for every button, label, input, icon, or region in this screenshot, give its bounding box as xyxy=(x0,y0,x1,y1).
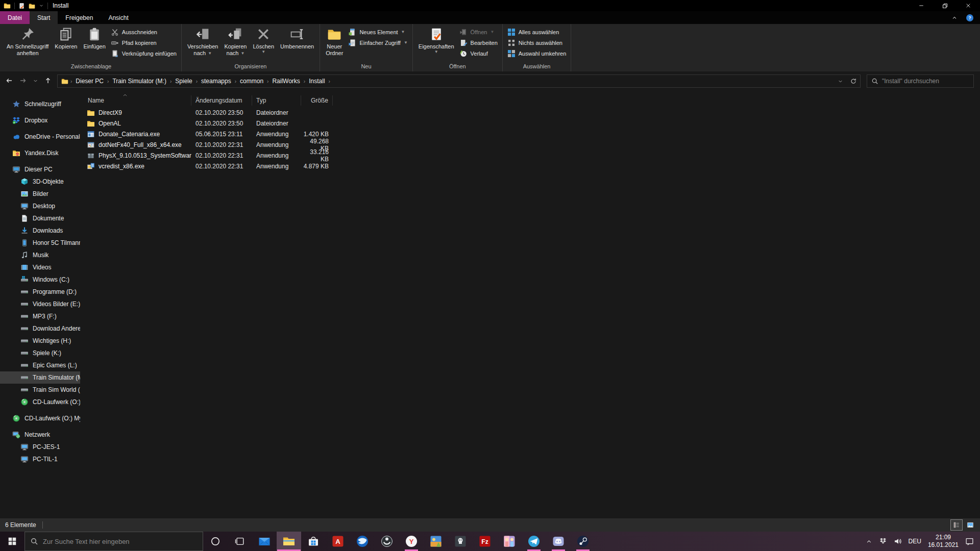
restore-button[interactable] xyxy=(933,0,957,11)
search-box[interactable] xyxy=(867,74,974,88)
cortana-button[interactable] xyxy=(203,532,228,551)
breadcrumb-item-dieser-pc[interactable]: Dieser PC xyxy=(72,78,107,85)
ribbon-button-an-schnellzugriff-anheften[interactable]: An Schnellzugriffanheften xyxy=(4,24,52,57)
address-bar[interactable]: › Dieser PC›Train Simulator (M:)›Spiele›… xyxy=(57,74,861,88)
file-row-openal[interactable]: OpenAL02.10.2020 23:50Dateiordner xyxy=(80,118,980,129)
search-input[interactable] xyxy=(882,78,969,85)
ribbon-button-verknuepfung-einfuegen[interactable]: Verknüpfung einfügen xyxy=(111,49,177,58)
file-row-directx9[interactable]: DirectX902.10.2020 23:50Dateiordner xyxy=(80,107,980,118)
ribbon-button-pfad-kopieren[interactable]: Pfad kopieren xyxy=(111,38,177,47)
tab-start[interactable]: Start xyxy=(30,11,58,24)
tab-freigeben[interactable]: Freigeben xyxy=(58,11,101,24)
breadcrumb-item-install[interactable]: Install xyxy=(305,78,328,85)
sidebar-item-yandex-disk[interactable]: Yandex.Disk xyxy=(0,147,80,159)
file-row-physx-9-10-0513-systemsoftware-exe[interactable]: PhysX_9.10.0513_SystemSoftware.exe02.10.… xyxy=(80,150,980,161)
sidebar-item-dokumente[interactable]: Dokumente xyxy=(0,212,80,224)
ribbon-button-einfuegen[interactable]: Einfügen xyxy=(80,24,108,50)
sidebar-item-download-anderes[interactable]: Download Anderes xyxy=(0,322,80,335)
sidebar-item-epic-games-l[interactable]: Epic Games (L:) xyxy=(0,359,80,371)
tab-datei[interactable]: Datei xyxy=(0,11,30,24)
up-icon[interactable] xyxy=(44,77,52,85)
taskbar-search[interactable] xyxy=(24,532,203,551)
taskbar-app-game-colorful[interactable] xyxy=(424,532,448,551)
sidebar-item-schnellzugriff[interactable]: Schnellzugriff xyxy=(0,98,80,110)
ribbon-button-alles-auswaehlen[interactable]: Alles auswählen xyxy=(507,28,567,37)
ribbon-button-kopieren[interactable]: Kopieren xyxy=(52,24,80,50)
sidebar-item-cd-laufwerk-o-m[interactable]: CD-Laufwerk (O:) M xyxy=(0,396,80,408)
breadcrumb-item-steamapps[interactable]: steamapps xyxy=(198,78,235,85)
ribbon-button-neues-element[interactable]: Neues Element▼ xyxy=(348,28,407,37)
sidebar-item-pc-til-1[interactable]: PC-TIL-1 xyxy=(0,453,80,465)
sidebar-item-train-sim-world-n[interactable]: Train Sim World (N:) xyxy=(0,384,80,396)
column-header-typ[interactable]: Typ xyxy=(252,95,301,106)
ribbon-button-nichts-auswaehlen[interactable]: Nichts auswählen xyxy=(507,38,567,47)
tab-ansicht[interactable]: Ansicht xyxy=(101,11,136,24)
sidebar-item-netzwerk[interactable]: Netzwerk xyxy=(0,429,80,441)
customize-qat-chevron-icon[interactable] xyxy=(39,3,44,8)
column-header-aenderungsdatum[interactable]: Änderungsdatum xyxy=(191,95,252,106)
close-button[interactable] xyxy=(957,0,980,11)
thumbnail-view-button[interactable] xyxy=(965,520,976,530)
properties-icon[interactable] xyxy=(18,3,25,9)
file-row-donate-catenaria-exe[interactable]: Donate_Catenaria.exe05.06.2015 23:11Anwe… xyxy=(80,129,980,139)
sidebar-item-dieser-pc[interactable]: Dieser PC xyxy=(0,163,80,176)
sidebar-item-train-simulator-m[interactable]: Train Simulator (M:) xyxy=(0,371,80,384)
ribbon-button-auswahl-umkehren[interactable]: Auswahl umkehren xyxy=(507,49,567,58)
task-view-button[interactable] xyxy=(228,532,252,551)
taskbar-app-game-duo[interactable] xyxy=(497,532,522,551)
taskbar-app-yandex[interactable]: Y xyxy=(399,532,424,551)
taskbar-app-discord[interactable] xyxy=(546,532,571,551)
ribbon-button-oeffnen[interactable]: Öffnen▼ xyxy=(459,28,498,37)
taskbar-app-thunderbird[interactable] xyxy=(350,532,375,551)
sidebar-item-cd-laufwerk-o-my[interactable]: CD-Laufwerk (O:) My xyxy=(0,412,80,424)
ribbon-button-bearbeiten[interactable]: Bearbeiten xyxy=(459,38,498,47)
taskbar-app-steam[interactable] xyxy=(571,532,595,551)
details-view-button[interactable] xyxy=(951,520,962,530)
sidebar-item-programme-d[interactable]: Programme (D:) xyxy=(0,286,80,298)
minimize-button[interactable] xyxy=(910,0,933,11)
file-row-dotnetfx40-full-x86-x64-exe[interactable]: dotNetFx40_Full_x86_x64.exe02.10.2020 22… xyxy=(80,139,980,150)
taskbar-app-game-dark[interactable] xyxy=(448,532,473,551)
taskbar-app-obs[interactable] xyxy=(375,532,399,551)
ribbon-button-verschieben-nach[interactable]: Verschiebennach▼ xyxy=(184,24,222,57)
breadcrumb-item-spiele[interactable]: Spiele xyxy=(172,78,195,85)
ribbon-button-ausschneiden[interactable]: Ausschneiden xyxy=(111,28,177,37)
sidebar-item-mp3-f[interactable]: MP3 (F:) xyxy=(0,310,80,322)
tray-overflow-chevron-icon[interactable] xyxy=(866,538,872,545)
refresh-button[interactable] xyxy=(847,75,860,87)
sidebar-item-wichtiges-h[interactable]: Wichtiges (H:) xyxy=(0,335,80,347)
taskbar-app-mail[interactable] xyxy=(252,532,277,551)
file-row-vcredist-x86-exe[interactable]: vcredist_x86.exe02.10.2020 22:31Anwendun… xyxy=(80,161,980,171)
taskbar-app-explorer[interactable] xyxy=(277,532,301,551)
collapse-ribbon-icon[interactable] xyxy=(951,15,958,21)
volume-icon[interactable] xyxy=(894,537,902,545)
forward-icon[interactable] xyxy=(19,77,27,85)
new-folder-icon[interactable] xyxy=(29,3,35,9)
sidebar-item-videos-bilder-e[interactable]: Videos Bilder (E:) xyxy=(0,298,80,310)
ribbon-button-einfacher-zugriff[interactable]: Einfacher Zugriff▼ xyxy=(348,38,407,47)
dropbox-tray-icon[interactable] xyxy=(879,537,887,545)
ribbon-button-umbenennen[interactable]: Umbenennen xyxy=(277,24,317,50)
breadcrumb-item-common[interactable]: common xyxy=(236,78,267,85)
language-indicator[interactable]: DEU xyxy=(909,538,921,545)
breadcrumb-item-railworks[interactable]: RailWorks xyxy=(268,78,303,85)
recent-locations-chevron-icon[interactable] xyxy=(33,78,38,84)
sidebar-item-downloads[interactable]: Downloads xyxy=(0,224,80,237)
ribbon-button-verlauf[interactable]: Verlauf xyxy=(459,49,498,58)
breadcrumb-item-train-simulator-m[interactable]: Train Simulator (M:) xyxy=(109,78,170,85)
address-dropdown-button[interactable] xyxy=(834,75,847,87)
taskbar-app-acrobat[interactable]: A xyxy=(326,532,350,551)
ribbon-button-neuer-ordner[interactable]: NeuerOrdner xyxy=(323,24,346,57)
sidebar-item-honor-5c-tilmann[interactable]: Honor 5C Tilmann xyxy=(0,237,80,249)
column-header-groesse[interactable]: Größe xyxy=(301,95,333,106)
ribbon-button-eigenschaften[interactable]: Eigenschaften▼ xyxy=(415,24,457,54)
sidebar-item-spiele-k[interactable]: Spiele (K:) xyxy=(0,347,80,359)
clock[interactable]: 21:09 16.01.2021 xyxy=(928,534,959,549)
sidebar-item-onedrive-personal[interactable]: OneDrive - Personal xyxy=(0,131,80,143)
sidebar-item-desktop[interactable]: Desktop xyxy=(0,200,80,212)
start-button[interactable] xyxy=(0,532,24,551)
taskbar-search-input[interactable] xyxy=(43,538,198,545)
taskbar-app-filezilla[interactable]: Fz xyxy=(473,532,497,551)
sidebar-item-3d-objekte[interactable]: 3D-Objekte xyxy=(0,176,80,188)
ribbon-button-kopieren-nach[interactable]: Kopierennach▼ xyxy=(221,24,250,57)
